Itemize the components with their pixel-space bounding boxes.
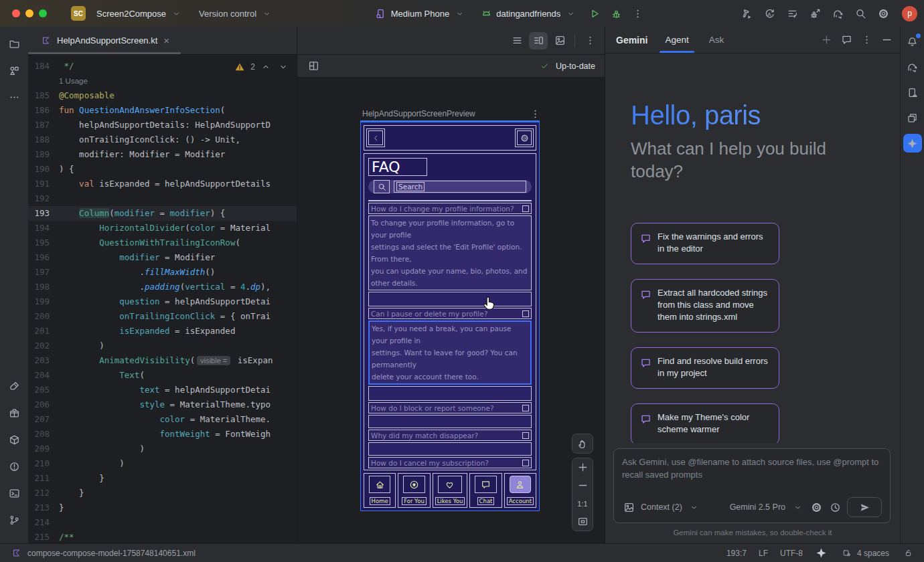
run-configuration-selector[interactable]: datingandfriends [474,4,583,23]
inspection-widget[interactable]: 2 [233,60,290,74]
minimize-window-button[interactable] [25,9,33,17]
zoom-out-button[interactable] [572,476,593,494]
vcs-widget[interactable]: Version control [194,4,279,23]
tab-scrollbar[interactable] [28,52,181,54]
indent-selector[interactable]: 4 spaces [840,547,889,560]
preview-canvas[interactable]: HelpAndSupportScreenPreview FAQ Search [297,78,605,543]
code-line[interactable]: 186fun QuestionAndAnswerInfoSection( [28,103,297,118]
context-selector[interactable]: Context (2) [641,502,682,512]
layout-grid-icon[interactable] [307,60,320,73]
code-line[interactable]: 196 modifier = Modifier [28,250,297,265]
settings-button[interactable] [515,128,534,147]
dependencies-icon[interactable] [4,403,24,423]
nav-item-likes-you[interactable]: Likes You [433,473,468,508]
next-warning-button[interactable] [277,60,290,74]
user-avatar[interactable]: p [902,6,917,21]
code-line[interactable]: 201 isExpanded = isExpanded [28,324,297,339]
code-line[interactable]: 189 modifier: Modifier = Modifier [28,147,297,162]
faq-question[interactable]: How do I cancel my subscription? [368,457,532,468]
zoom-in-button[interactable] [572,458,593,476]
code-line[interactable]: 200 onTrailingIconClick = { onTrai [28,309,297,324]
prev-warning-button[interactable] [259,60,273,74]
code-line[interactable]: 199 question = helpAndSupportDetai [28,294,297,309]
faq-question[interactable]: Can I pause or delete my profile? [368,308,532,319]
editor-tab[interactable]: HelpAndSupportScreen.kt × [28,27,179,54]
code-line[interactable]: 193 Column(modifier = modifier) { [28,206,297,221]
code-line[interactable]: 195 QuestionWithTrailingIconRow( [28,236,297,250]
debug-button[interactable] [607,4,625,23]
code-line[interactable]: 187 helpAndSupportDetails: HelpAndSuppor… [28,118,297,132]
chat-history-button[interactable] [840,33,853,47]
code-line[interactable]: 209 ) [28,442,297,456]
search-input[interactable]: Search [394,181,526,193]
faq-question[interactable]: How do I change my profile information? [368,203,532,214]
caret-position[interactable]: 193:7 [726,549,747,558]
suggestion-card[interactable]: Make my Theme's color scheme warmer [631,403,779,443]
gradle-icon[interactable] [903,58,922,76]
new-chat-button[interactable] [820,33,833,47]
tab-agent[interactable]: Agent [662,27,691,53]
design-view-button[interactable] [550,32,569,50]
settings-icon[interactable] [874,4,893,23]
nav-item-account[interactable]: Account [504,473,536,508]
code-line[interactable]: 1 Usage [28,74,297,88]
split-view-button[interactable] [529,32,548,50]
code-editor[interactable]: 184 */1 Usage185@Composable186fun Questi… [28,55,297,543]
code-line[interactable]: 207 color = MaterialTheme. [28,412,297,427]
code-line[interactable]: 206 style = MaterialTheme.typo [28,397,297,412]
zoom-fit-button[interactable] [572,512,593,531]
faq-question[interactable]: Why did my match disappear? [368,430,532,441]
back-button[interactable] [366,128,385,147]
line-ending-selector[interactable]: LF [759,549,768,558]
code-line[interactable]: 212 } [28,486,297,500]
code-line[interactable]: 192 [28,191,297,206]
prompt-history-button[interactable] [828,500,842,514]
device-manager-icon[interactable] [903,83,922,102]
code-view-button[interactable] [508,32,526,50]
design-tools-icon[interactable] [4,376,24,396]
code-line[interactable]: 185@Composable [28,88,297,103]
build-icon[interactable] [737,4,756,23]
code-line[interactable]: 214 [28,515,297,530]
window-controls[interactable] [12,9,47,17]
gemini-settings-button[interactable] [810,500,823,514]
preview-item-menu-button[interactable] [528,107,542,120]
code-line[interactable]: 191 val isExpanded = helpAndSupportDetai… [28,177,297,191]
project-selector[interactable]: Screen2Compose [91,4,188,23]
preview-menu-button[interactable] [581,32,599,50]
tab-ask[interactable]: Ask [706,27,727,53]
sparkle-status-icon[interactable] [815,547,828,560]
build-variants-icon[interactable] [4,430,24,450]
expand-icon[interactable] [522,310,529,317]
maximize-window-button[interactable] [39,9,47,17]
apply-changes-icon[interactable]: A [760,4,779,23]
code-line[interactable]: 188 onTrailingIconClick: () -> Unit, [28,132,297,147]
nav-item-for-you[interactable]: For You [398,473,430,508]
profiler-icon[interactable] [783,4,801,23]
code-line[interactable]: 202 ) [28,339,297,353]
expand-icon[interactable] [522,405,529,411]
encoding-selector[interactable]: UTF-8 [780,549,803,558]
notifications-icon[interactable] [903,32,922,51]
code-line[interactable]: 203 AnimatedVisibility(visible = isExpan [28,353,297,368]
expand-icon[interactable] [522,205,529,212]
code-line[interactable]: 210 ) [28,456,297,471]
device-selector[interactable]: Medium Phone [369,4,471,23]
terminal-icon[interactable] [4,483,24,503]
model-selector[interactable]: Gemini 2.5 Pro [730,502,785,512]
code-line[interactable]: 205 text = helpAndSupportDetai [28,383,297,397]
code-line[interactable]: 190) { [28,162,297,177]
hide-panel-button[interactable] [880,33,893,47]
gemini-icon[interactable] [903,134,922,153]
problems-icon[interactable] [4,456,24,476]
search-bar[interactable]: Search [368,180,532,193]
more-tool-windows-icon[interactable] [4,87,24,107]
pan-tool-button[interactable] [572,434,593,454]
code-line[interactable]: 213} [28,500,297,515]
suggestion-card[interactable]: Find and resolve build errors in my proj… [631,347,779,389]
suggestion-card[interactable]: Extract all hardcoded strings from this … [631,279,779,333]
code-line[interactable]: 208 fontWeight = FontWeigh [28,427,297,442]
code-line[interactable]: 211 } [28,471,297,486]
version-control-icon[interactable] [4,510,24,530]
phone-preview[interactable]: FAQ Search How do I change my profile in… [360,120,540,511]
